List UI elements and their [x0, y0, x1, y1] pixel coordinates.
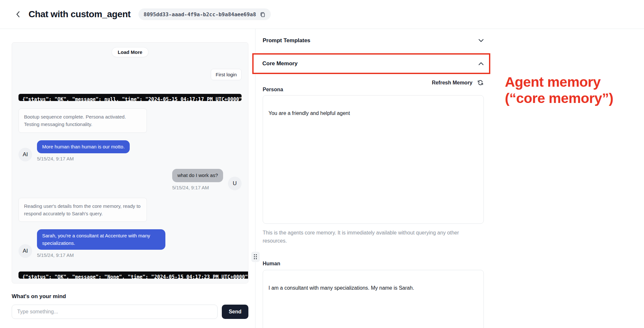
main-content: Load More First login {"status": "OK", "…	[0, 29, 644, 328]
grip-dots-icon	[254, 254, 257, 259]
chat-history-panel: Load More First login {"status": "OK", "…	[12, 42, 248, 284]
header: Chat with custom_agent 8095dd33-aaad-4f9…	[0, 0, 644, 29]
composer: What's on your mind Send	[12, 293, 248, 319]
copy-icon[interactable]	[260, 11, 266, 17]
ai-avatar: AI	[18, 148, 32, 161]
ai-timestamp-2: 5/15/24, 9:17 AM	[37, 252, 165, 258]
prompt-templates-title: Prompt Templates	[263, 37, 310, 44]
agent-settings-panel: Prompt Templates Core Memory Refresh Mem…	[255, 29, 493, 328]
status-message-2: {"status": "OK", "message": "None", "tim…	[18, 271, 248, 279]
core-memory-highlight-box: Core Memory	[252, 53, 490, 74]
user-message-bubble: what do I work as?	[172, 169, 223, 182]
send-button[interactable]: Send	[222, 305, 248, 319]
refresh-memory-button[interactable]: Refresh Memory	[263, 79, 484, 86]
prompt-templates-section-header[interactable]: Prompt Templates	[263, 29, 484, 52]
panel-resize-handle[interactable]	[251, 252, 260, 262]
persona-textarea[interactable]	[263, 95, 484, 224]
chat-column: Load More First login {"status": "OK", "…	[0, 29, 255, 328]
refresh-icon	[477, 79, 484, 86]
load-more-button[interactable]: Load More	[112, 47, 149, 57]
chevron-left-icon	[16, 11, 21, 18]
ai-message-row-2: AI Sarah, you're a consultant at Accentu…	[18, 229, 242, 258]
composer-label: What's on your mind	[12, 293, 248, 300]
chevron-up-icon[interactable]	[478, 62, 484, 66]
status-message-1: {"status": "OK", "message": null, "time"…	[18, 94, 242, 101]
user-message-row: what do I work as? 5/15/24, 9:17 AM U	[18, 169, 242, 190]
system-message-1: Bootup sequence complete. Persona activa…	[18, 108, 147, 133]
red-annotation: Agent memory (“core memory”)	[505, 74, 613, 107]
annotation-line-1: Agent memory	[505, 74, 613, 90]
refresh-memory-label: Refresh Memory	[432, 80, 472, 86]
first-login-badge: First login	[211, 69, 242, 80]
back-button[interactable]	[14, 10, 23, 19]
ai-message-row-1: AI More human than human is our motto. 5…	[18, 140, 242, 162]
agent-id-badge: 8095dd33-aaad-4f9a-b2cc-b9a84aee69a8	[138, 8, 271, 20]
user-avatar: U	[228, 177, 242, 190]
annotation-line-2: (“core memory”)	[505, 90, 613, 106]
human-label: Human	[263, 261, 484, 267]
system-message-2: Reading user's details from the core mem…	[18, 198, 147, 222]
human-textarea[interactable]	[263, 270, 484, 328]
core-memory-helper-text: This is the agents core memory. It is im…	[263, 229, 483, 245]
chevron-down-icon	[478, 39, 484, 42]
ai-avatar: AI	[18, 244, 32, 258]
ai-message-bubble-2: Sarah, you're a consultant at Accenture …	[37, 229, 165, 250]
ai-message-bubble-1: More human than human is our motto.	[37, 140, 130, 154]
user-timestamp: 5/15/24, 9:17 AM	[172, 185, 223, 190]
message-input[interactable]	[12, 305, 218, 319]
agent-id-value: 8095dd33-aaad-4f9a-b2cc-b9a84aee69a8	[144, 11, 256, 18]
persona-label: Persona	[263, 87, 484, 93]
page-title: Chat with custom_agent	[29, 9, 131, 19]
ai-timestamp-1: 5/15/24, 9:17 AM	[37, 156, 130, 161]
core-memory-title: Core Memory	[262, 60, 298, 67]
